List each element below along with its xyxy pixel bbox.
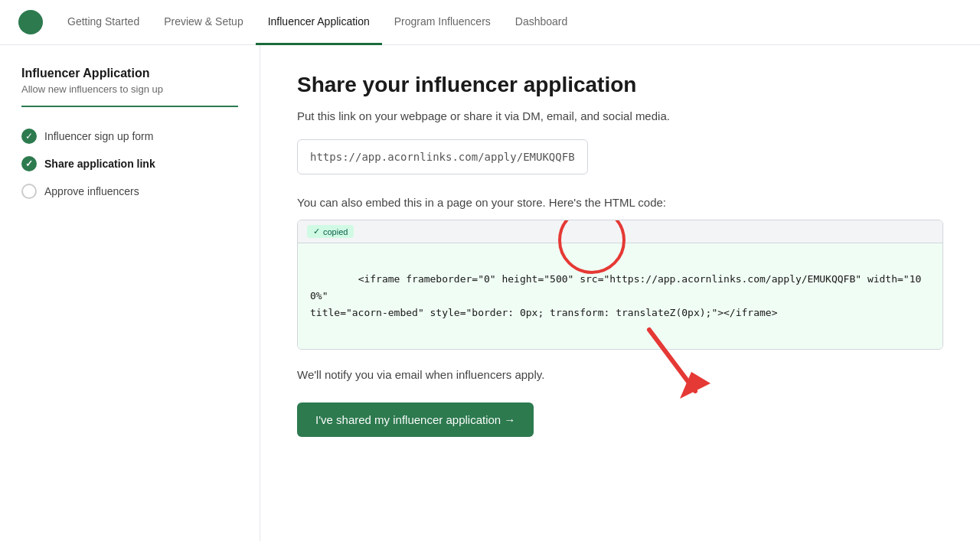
nav-item-getting-started[interactable]: Getting Started [55, 0, 152, 45]
main-content: Share your influencer application Put th… [260, 45, 980, 541]
nav-item-program-influencers[interactable]: Program Influencers [382, 0, 503, 45]
sidebar-divider [21, 106, 238, 107]
top-nav: Getting Started Preview & Setup Influenc… [0, 0, 980, 45]
logo [18, 10, 43, 34]
sidebar-title: Influencer Application [21, 67, 238, 80]
nav-item-influencer-application[interactable]: Influencer Application [256, 0, 382, 45]
cta-button[interactable]: I've shared my influencer application → [297, 402, 534, 437]
page-title: Share your influencer application [297, 73, 943, 97]
copied-badge: ✓ copied [307, 225, 354, 238]
sidebar-item-share-link[interactable]: ✓ Share application link [21, 150, 238, 178]
notify-text: We'll notify you via email when influenc… [297, 368, 943, 381]
nav-item-preview-setup[interactable]: Preview & Setup [152, 0, 256, 45]
check-icon-share-link: ✓ [21, 156, 37, 171]
sidebar: Influencer Application Allow new influen… [0, 45, 260, 541]
embed-description: You can also embed this in a page on you… [297, 196, 943, 209]
nav-item-dashboard[interactable]: Dashboard [503, 0, 580, 45]
sidebar-item-sign-up-form[interactable]: ✓ Influencer sign up form [21, 122, 238, 150]
sidebar-item-approve[interactable]: Approve influencers [21, 178, 238, 205]
page-description: Put this link on your webpage or share i… [297, 109, 943, 122]
check-icon-sign-up-form: ✓ [21, 129, 37, 144]
code-block-header: ✓ copied [298, 220, 942, 243]
url-box[interactable]: https://app.acornlinks.com/apply/EMUKQQF… [297, 139, 588, 174]
code-block-wrapper: ✓ copied <iframe frameborder="0" height=… [297, 220, 943, 350]
check-icon-approve-empty [21, 184, 37, 199]
sidebar-subtitle: Allow new influencers to sign up [21, 83, 238, 95]
code-block[interactable]: <iframe frameborder="0" height="500" src… [298, 243, 942, 349]
